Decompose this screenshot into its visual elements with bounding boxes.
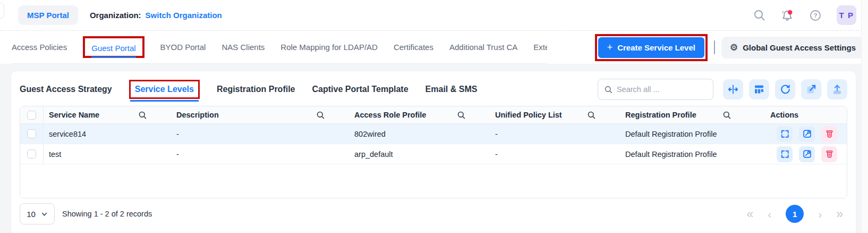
scrollbar-track[interactable] [861, 0, 868, 233]
top-bar: MSP Portal Organization: Switch Organiza… [0, 0, 868, 31]
refresh-icon [779, 84, 791, 95]
column-search-icon[interactable] [139, 111, 147, 119]
tab-certificates[interactable]: Certificates [394, 43, 433, 52]
msp-portal-button[interactable]: MSP Portal [18, 5, 78, 25]
first-page-button[interactable]: « [746, 208, 753, 220]
column-registration-profile: Registration Profile [620, 106, 755, 123]
subtab-service-levels[interactable]: Service Levels [135, 85, 194, 94]
column-access-role-profile: Access Role Profile [349, 106, 490, 123]
column-search-icon[interactable] [723, 111, 731, 119]
table-empty-space [20, 164, 847, 198]
upload-icon [831, 84, 843, 95]
table-row[interactable]: test - arp_default - Default Registratio… [20, 144, 847, 164]
records-summary: Showing 1 - 2 of 2 records [62, 210, 152, 218]
delete-row-button[interactable] [821, 146, 837, 162]
expand-icon [780, 149, 790, 159]
plus-icon: + [607, 44, 613, 51]
help-icon[interactable]: ? [809, 9, 822, 22]
export-button[interactable] [801, 79, 821, 99]
organization-label: Organization: [90, 11, 141, 20]
tabbar-actions: + Create Service Level ⚙ Global Guest Ac… [595, 34, 864, 61]
organization-group: Organization: Switch Organization [90, 11, 222, 20]
svg-text:?: ? [814, 12, 818, 19]
table-row[interactable]: service814 - 802wired - Default Registra… [20, 124, 847, 144]
subtab-guest-access-strategy[interactable]: Guest Access Strategy [20, 85, 112, 94]
cell-access-role-profile: 802wired [349, 124, 490, 144]
export-icon [805, 84, 817, 95]
tab-access-policies[interactable]: Access Policies [12, 43, 67, 52]
notifications-bell-icon[interactable] [780, 9, 794, 22]
cell-description: - [171, 124, 349, 144]
cell-unified-policy-list: - [490, 124, 620, 144]
annotation-box-service-levels: Service Levels [129, 80, 200, 99]
global-guest-access-settings-button[interactable]: ⚙ Global Guest Access Settings [721, 37, 864, 59]
vertical-divider [714, 40, 715, 54]
tab-role-mapping-ldap[interactable]: Role Mapping for LDAP/AD [280, 43, 378, 52]
user-avatar[interactable]: T P [837, 5, 856, 25]
next-page-button[interactable]: › [818, 209, 822, 220]
edge-button-fragment [0, 3, 4, 19]
cell-access-role-profile: arp_default [349, 144, 490, 164]
column-search-icon[interactable] [317, 111, 325, 119]
delete-row-button[interactable] [821, 126, 837, 142]
select-all-checkbox[interactable] [27, 111, 36, 120]
column-search-icon[interactable] [457, 111, 465, 119]
refresh-button[interactable] [775, 79, 795, 99]
edit-row-button[interactable] [799, 146, 815, 162]
expand-icon [780, 129, 790, 139]
subtab-registration-profile[interactable]: Registration Profile [217, 85, 295, 94]
columns-icon [753, 84, 765, 95]
service-levels-table: Service Name Description Access Role Pro… [20, 106, 847, 198]
pager-nav: « ‹ 1 › » [746, 205, 847, 223]
organization-link[interactable]: Switch Organization [146, 11, 222, 20]
expand-row-button[interactable] [777, 126, 793, 142]
subtab-email-sms[interactable]: Email & SMS [426, 85, 478, 94]
edit-icon [802, 149, 812, 159]
tab-guest-portal[interactable]: Guest Portal [91, 44, 135, 58]
table-toolbar [598, 79, 847, 100]
expand-row-button[interactable] [777, 146, 793, 162]
columns-button[interactable] [749, 79, 769, 99]
subtab-captive-portal-template[interactable]: Captive Portal Template [312, 85, 409, 94]
current-page-button[interactable]: 1 [786, 205, 804, 223]
search-input[interactable] [617, 85, 707, 94]
row-checkbox[interactable] [27, 149, 36, 159]
sub-tabs: Guest Access Strategy Service Levels Reg… [20, 80, 477, 99]
row-select-cell [20, 144, 44, 164]
column-service-name: Service Name [44, 106, 171, 123]
delete-icon [824, 129, 835, 139]
create-service-level-button[interactable]: + Create Service Level [598, 37, 704, 58]
tab-byod-portal[interactable]: BYOD Portal [160, 43, 206, 52]
search-icon[interactable] [753, 9, 765, 21]
fit-width-icon [727, 84, 739, 95]
tab-external-source[interactable]: External Source [533, 43, 547, 52]
table-header-row: Service Name Description Access Role Pro… [20, 106, 847, 124]
column-unified-policy-list: Unified Policy List [490, 106, 620, 123]
prev-page-button[interactable]: ‹ [768, 209, 771, 220]
page-size-select[interactable]: 10 [20, 203, 55, 224]
annotation-box-create-service-level: + Create Service Level [595, 34, 708, 61]
column-description: Description [171, 106, 349, 123]
subtab-row: Guest Access Strategy Service Levels Reg… [20, 71, 847, 106]
cell-service-name: test [44, 144, 171, 164]
tab-nas-clients[interactable]: NAS Clients [222, 43, 265, 52]
edit-icon [802, 129, 812, 139]
row-checkbox[interactable] [27, 129, 36, 138]
pagination-bar: 10 Showing 1 - 2 of 2 records « ‹ 1 › » [20, 203, 847, 224]
cell-description: - [171, 144, 349, 164]
fit-columns-button[interactable] [723, 79, 743, 99]
cell-registration-profile: Default Registration Profile [620, 124, 755, 144]
topbar-actions: ? T P [753, 5, 856, 25]
tab-additional-trust-ca[interactable]: Additional Trust CA [449, 43, 517, 52]
search-box [598, 79, 713, 100]
edit-row-button[interactable] [799, 126, 815, 142]
select-all-cell [20, 106, 44, 123]
last-page-button[interactable]: » [836, 208, 843, 220]
main-tab-bar: Access Policies Guest Portal BYOD Portal… [0, 31, 868, 64]
cell-unified-policy-list: - [490, 144, 620, 164]
column-search-icon[interactable] [588, 111, 595, 119]
search-icon [605, 85, 612, 94]
cell-actions [755, 124, 847, 144]
upload-button[interactable] [827, 79, 847, 99]
cell-service-name: service814 [44, 124, 171, 144]
